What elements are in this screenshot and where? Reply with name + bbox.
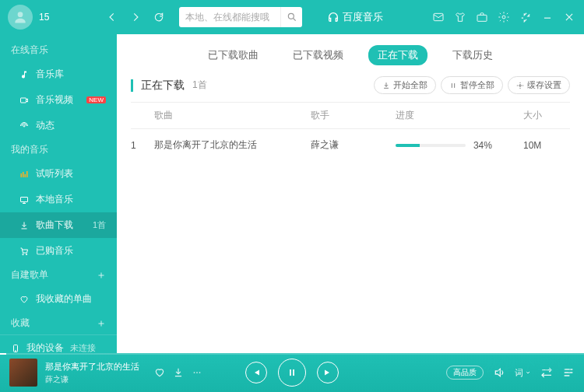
cart-icon: [19, 246, 30, 257]
svg-rect-8: [23, 172, 24, 177]
progress-bar: 34%: [396, 140, 523, 151]
svg-point-0: [18, 12, 23, 17]
svg-point-16: [519, 84, 522, 86]
volume-button[interactable]: [493, 366, 505, 379]
header: 15 百度音乐: [0, 0, 584, 34]
section-playlist: 自建歌单: [0, 264, 117, 286]
svg-point-13: [26, 254, 27, 255]
gear-icon: [516, 82, 524, 89]
add-playlist-button[interactable]: [97, 271, 106, 280]
gear-icon[interactable]: [497, 10, 511, 24]
download-icon: [19, 220, 30, 231]
player-bar: 00:31 那是你离开了北京的生活 薛之谦 高品质 词: [0, 353, 584, 392]
tab-history[interactable]: 下载历史: [443, 45, 502, 65]
download-icon: [382, 82, 390, 89]
forward-button[interactable]: [126, 8, 145, 26]
sidebar-item-video[interactable]: 音乐视频 NEW: [0, 87, 117, 113]
section-fav: 收藏: [0, 312, 117, 334]
tab-downloaded-video[interactable]: 已下载视频: [283, 45, 353, 65]
sidebar-item-local[interactable]: 本地音乐: [0, 187, 117, 212]
svg-point-17: [194, 372, 195, 373]
search-button[interactable]: [280, 7, 302, 27]
cache-settings-button[interactable]: 缓存设置: [508, 76, 570, 94]
now-playing-title: 那是你离开了北京的生活: [45, 361, 146, 373]
next-button[interactable]: [317, 362, 339, 383]
toolbox-icon[interactable]: [475, 10, 489, 24]
svg-rect-3: [477, 15, 487, 21]
message-icon[interactable]: [431, 10, 445, 24]
page-title: 正在下载 1首: [131, 79, 207, 93]
svg-point-6: [23, 125, 25, 127]
search-box: [179, 7, 302, 27]
section-online: 在线音乐: [0, 39, 117, 61]
col-song[interactable]: 歌曲: [154, 109, 311, 122]
quality-button[interactable]: 高品质: [446, 366, 484, 380]
add-fav-button[interactable]: [97, 319, 106, 328]
svg-rect-9: [25, 174, 26, 177]
album-art[interactable]: [9, 359, 37, 387]
now-playing-artist: 薛之谦: [45, 374, 146, 385]
start-all-button[interactable]: 开始全部: [374, 76, 436, 94]
avatar[interactable]: [8, 5, 33, 30]
tab-downloaded-songs[interactable]: 已下载歌曲: [199, 45, 268, 65]
table-row[interactable]: 1 那是你离开了北京的生活 薛之谦 34% 10M: [131, 129, 570, 161]
minimize-icon[interactable]: [540, 10, 554, 24]
tabs: 已下载歌曲 已下载视频 正在下载 下载历史: [117, 34, 584, 73]
col-size[interactable]: 大小: [523, 109, 570, 122]
svg-rect-2: [434, 13, 443, 20]
col-progress[interactable]: 进度: [396, 109, 523, 122]
download-button[interactable]: [173, 367, 184, 378]
back-button[interactable]: [103, 8, 121, 26]
computer-icon: [19, 194, 30, 205]
close-icon[interactable]: [562, 10, 576, 24]
heart-icon: [19, 294, 30, 305]
pause-all-button[interactable]: 暂停全部: [441, 76, 503, 94]
sidebar: 在线音乐 音乐库 音乐视频 NEW 动态 我的音乐 试听列表 本地音乐: [0, 34, 117, 353]
svg-rect-11: [21, 197, 28, 201]
svg-rect-7: [21, 173, 23, 177]
sidebar-item-myfav[interactable]: 我收藏的单曲: [0, 286, 117, 312]
skin-icon[interactable]: [453, 10, 467, 24]
sidebar-item-library[interactable]: 音乐库: [0, 61, 117, 87]
time-display: 00:31: [555, 341, 575, 349]
svg-point-4: [502, 16, 505, 19]
seek-bar[interactable]: [0, 353, 584, 355]
playlist-button[interactable]: [562, 366, 575, 379]
section-mine: 我的音乐: [0, 138, 117, 161]
play-pause-button[interactable]: [278, 359, 306, 387]
brand: 百度音乐: [327, 10, 383, 24]
playmode-button[interactable]: [540, 366, 553, 379]
more-button[interactable]: [192, 367, 202, 378]
bars-icon: [19, 169, 30, 180]
svg-rect-21: [293, 369, 294, 376]
lyric-button[interactable]: 词: [515, 367, 531, 379]
svg-point-12: [23, 254, 24, 255]
sidebar-item-listen[interactable]: 试听列表: [0, 161, 117, 187]
video-icon: [19, 95, 30, 106]
new-badge: NEW: [86, 96, 106, 103]
tab-downloading[interactable]: 正在下载: [368, 45, 427, 65]
svg-rect-5: [21, 98, 26, 103]
sidebar-item-purchased[interactable]: 已购音乐: [0, 238, 117, 264]
sidebar-item-download[interactable]: 歌曲下载 1首: [0, 212, 117, 238]
svg-point-1: [288, 13, 294, 19]
col-artist[interactable]: 歌手: [311, 109, 396, 122]
table-header: 歌曲 歌手 进度 大小: [131, 102, 570, 129]
main-content: 已下载歌曲 已下载视频 正在下载 下载历史 正在下载 1首 开始全部: [117, 34, 584, 353]
svg-point-19: [199, 372, 201, 373]
like-button[interactable]: [154, 367, 165, 378]
music-note-icon: [19, 69, 30, 80]
svg-rect-10: [26, 171, 28, 177]
svg-point-18: [196, 372, 198, 373]
mini-icon[interactable]: [519, 10, 533, 24]
refresh-button[interactable]: [150, 8, 168, 26]
prev-button[interactable]: [245, 362, 267, 383]
headphones-icon: [327, 11, 339, 23]
search-input[interactable]: [179, 12, 280, 23]
svg-rect-20: [290, 369, 291, 376]
sidebar-item-feed[interactable]: 动态: [0, 113, 117, 138]
phone-icon: [11, 344, 20, 353]
activity-icon: [19, 121, 30, 131]
username[interactable]: 15: [39, 12, 93, 23]
svg-point-15: [16, 350, 16, 351]
